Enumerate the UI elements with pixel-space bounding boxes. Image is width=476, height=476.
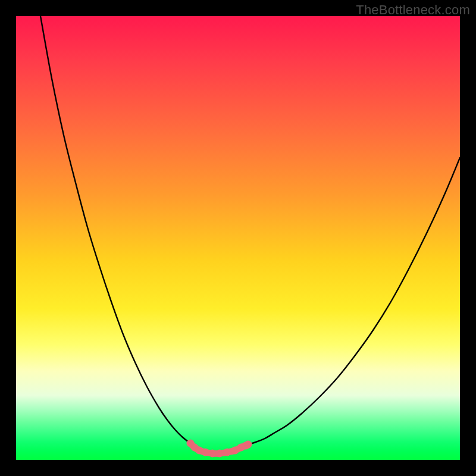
right-curve: [248, 158, 460, 444]
pink-dot: [245, 441, 252, 449]
pink-dot-overlay: [187, 440, 252, 458]
pink-dot: [209, 450, 217, 458]
outer-frame: TheBottleneck.com: [0, 0, 476, 476]
pink-dot: [216, 450, 224, 458]
left-curve: [40, 16, 190, 443]
plot-area: [16, 16, 460, 460]
pink-dot: [202, 449, 209, 456]
watermark-text: TheBottleneck.com: [356, 2, 470, 18]
chart-svg: [16, 16, 460, 460]
pink-dot: [224, 449, 231, 456]
